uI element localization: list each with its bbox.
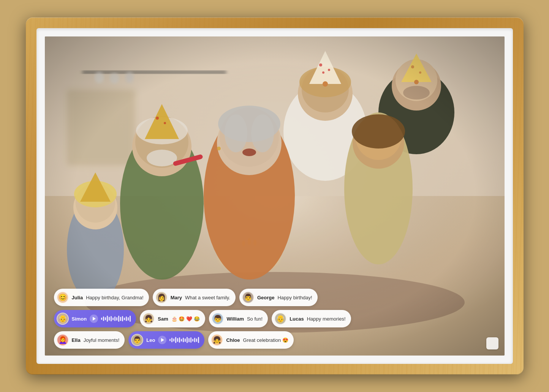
name-lucas: Lucas [290, 316, 304, 322]
comments-row-2: 👴 Simon [54, 310, 495, 327]
wave-bar [122, 316, 123, 321]
play-icon-leo [161, 338, 164, 342]
wave-bar [126, 316, 127, 321]
wave-bar [109, 317, 110, 321]
comment-chloe: 👧 Chloe Great celebration 😍 [208, 331, 293, 349]
name-george: George [257, 295, 275, 300]
comment-mary: 👩 Mary What a sweet family. [153, 289, 236, 306]
avatar-leo: 👨 [131, 334, 143, 346]
wave-bar [118, 316, 119, 322]
name-ella: Ella [72, 337, 81, 343]
play-button-leo[interactable] [158, 336, 166, 344]
avatar-sam: 👧 [142, 313, 155, 325]
wave-bar [107, 316, 108, 322]
comment-leo[interactable]: 👨 Leo [128, 331, 204, 349]
wave-bar [112, 318, 114, 320]
name-leo: Leo [146, 337, 155, 343]
text-william: So fun! [247, 316, 263, 322]
comment-sam: 👧 Sam 🎂 🤩 ❤️ 😂 [140, 310, 205, 327]
avatar-george: 👨 [242, 291, 254, 303]
comment-julia: 😊 Julia Happy birthday, Grandma! [54, 289, 149, 306]
wave-bar [173, 338, 174, 341]
avatar-simon: 👴 [57, 313, 69, 325]
avatar-julia: 😊 [57, 291, 69, 303]
name-simon: Simon [72, 316, 87, 322]
text-mary: What a sweet family. [185, 295, 230, 300]
name-sam: Sam [158, 316, 168, 322]
wave-bar [114, 316, 115, 321]
play-button-simon[interactable] [90, 315, 98, 323]
wave-bar [124, 318, 125, 320]
photo-area: 😊 Julia Happy birthday, Grandma! 👩 Mary … [45, 36, 505, 356]
avatar-mary: 👩 [155, 291, 168, 303]
comment-lucas: 👴 Lucas Happy memories! [272, 310, 351, 327]
wave-bar [198, 337, 199, 343]
comment-george: 👨 George Happy birthday! [239, 289, 318, 306]
wave-bar [177, 338, 178, 342]
avatar-chloe: 👧 [211, 334, 223, 346]
wave-bar [179, 337, 180, 343]
wave-bar [111, 316, 112, 321]
text-lucas: Happy memories! [307, 316, 346, 322]
corner-button[interactable] [486, 337, 498, 349]
comments-row-1: 😊 Julia Happy birthday, Grandma! 👩 Mary … [54, 289, 495, 306]
wave-bar [183, 338, 184, 342]
wave-bar [185, 338, 186, 342]
photo-frame: 😊 Julia Happy birthday, Grandma! 👩 Mary … [26, 17, 524, 375]
wave-bar [187, 337, 188, 343]
wave-bar [105, 317, 106, 320]
waveform-simon [101, 315, 131, 322]
avatar-lucas: 👴 [274, 313, 286, 325]
name-mary: Mary [171, 295, 182, 300]
inner-mat: 😊 Julia Happy birthday, Grandma! 👩 Mary … [36, 28, 513, 364]
text-julia: Happy birthday, Grandma! [86, 295, 144, 300]
text-sam: 🎂 🤩 ❤️ 😂 [171, 316, 200, 322]
name-william: William [227, 316, 244, 322]
wave-bar [103, 316, 104, 321]
wave-bar [171, 338, 172, 342]
avatar-ella: 👩‍🦰 [57, 334, 69, 346]
comment-simon[interactable]: 👴 Simon [54, 310, 136, 327]
wave-bar [130, 316, 131, 322]
name-julia: Julia [72, 295, 83, 300]
comments-row-3: 👩‍🦰 Ella Joyful moments! 👨 Leo [54, 331, 495, 349]
comment-william: 👦 William So fun! [209, 310, 268, 327]
avatar-william: 👦 [212, 313, 224, 325]
wave-bar [120, 317, 121, 321]
wave-bar [169, 339, 171, 341]
wave-bar [101, 318, 102, 320]
comment-ella: 👩‍🦰 Ella Joyful moments! [54, 331, 125, 349]
wave-bar [175, 337, 176, 343]
wave-bar [194, 338, 195, 342]
text-george: Happy birthday! [277, 295, 312, 300]
wave-bar [116, 317, 117, 321]
play-icon-simon [93, 317, 96, 321]
waveform-leo [169, 336, 199, 344]
text-chloe: Great celebration 😍 [243, 337, 288, 343]
comments-overlay: 😊 Julia Happy birthday, Grandma! 👩 Mary … [45, 281, 505, 356]
wave-bar [190, 337, 191, 343]
wave-bar [188, 338, 190, 342]
wave-bar [128, 317, 129, 321]
wave-bar [192, 339, 193, 341]
wave-bar [196, 338, 197, 342]
wave-bar [181, 339, 182, 341]
text-ella: Joyful moments! [84, 337, 120, 343]
name-chloe: Chloe [226, 337, 240, 343]
